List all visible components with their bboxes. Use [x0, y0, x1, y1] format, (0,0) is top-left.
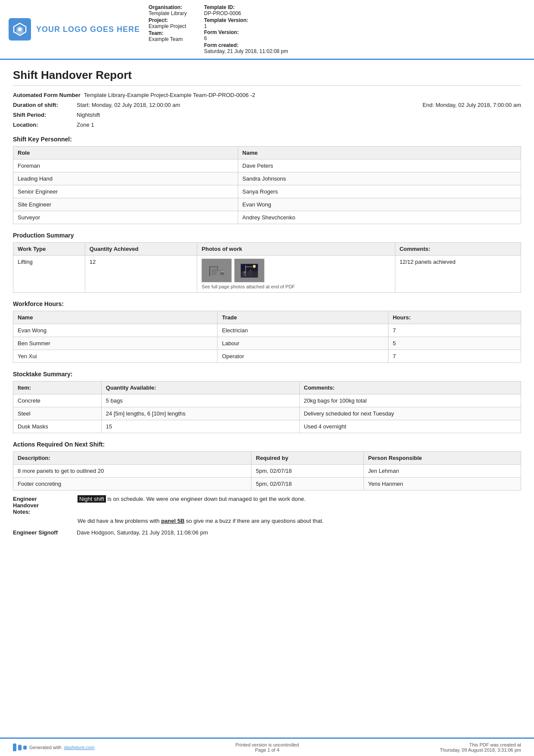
note2-before: We did have a few problems with — [78, 518, 161, 524]
org-row: Organisation: Template Library — [149, 4, 187, 16]
footer-link[interactable]: dashpivot.com — [64, 745, 95, 750]
footer-center: Printed version is uncontrolled Page 1 o… — [236, 742, 299, 753]
note2-after: so give me a buzz if there are any quest… — [184, 518, 323, 524]
template-id-label: Template ID: — [204, 4, 288, 10]
skp-role: Foreman — [13, 159, 238, 172]
team-label: Team: — [149, 30, 187, 36]
stocktake-summary-table: Item: Quantity Available: Comments: Conc… — [13, 381, 521, 433]
ps-comments: 12/12 panels achieved — [395, 256, 521, 293]
engineer-handover-label: EngineerHandoverNotes: — [13, 496, 73, 515]
actions-required-table: Description: Required by Person Responsi… — [13, 451, 521, 490]
svg-rect-9 — [212, 269, 217, 275]
footer-page-number: Page 1 of 4 — [236, 747, 299, 753]
table-row: Lifting 12 — [13, 256, 521, 293]
photo-thumb-2 — [234, 259, 264, 282]
svg-rect-4 — [217, 266, 218, 271]
ar-col-required: Required by — [251, 452, 363, 465]
wh-hours: 7 — [388, 350, 521, 363]
svg-rect-16 — [243, 272, 246, 276]
duration-end: End: Monday, 02 July 2018, 7:00:00 am — [422, 102, 521, 108]
workforce-hours-table: Name Trade Hours: Evan WongElectrician7B… — [13, 311, 521, 363]
note1-after: is on schedule. We were one engineer dow… — [106, 496, 306, 502]
svg-rect-15 — [248, 271, 252, 276]
form-created-row: Form created: Saturday, 21 July 2018, 11… — [204, 42, 288, 54]
form-number-block: Automated Form Number Template Library-E… — [13, 92, 521, 98]
form-created-label: Form created: — [204, 42, 288, 48]
ar-col-person: Person Responsible — [363, 452, 521, 465]
stocktake-summary-title: Stocktake Summary: — [13, 371, 521, 378]
team-row: Team: Example Team — [149, 30, 187, 42]
ss-item: Dusk Masks — [13, 420, 102, 433]
table-row: Yen XuiOperator7 — [13, 350, 521, 363]
ss-quantity: 15 — [101, 420, 299, 433]
main-content: Shift Handover Report Automated Form Num… — [0, 60, 534, 737]
ss-col-quantity: Quantity Available: — [101, 381, 299, 394]
form-number-value: Template Library-Example Project-Example… — [84, 92, 521, 98]
svg-rect-8 — [223, 270, 224, 272]
svg-rect-2 — [209, 266, 210, 276]
engineer-handover-block: EngineerHandoverNotes: Night shift is on… — [13, 496, 521, 524]
wh-trade: Operator — [217, 350, 388, 363]
photo-area — [202, 259, 390, 282]
engineer-signoff-block: Engineer Signoff Dave Hodgson, Saturday,… — [13, 529, 521, 536]
shift-key-personnel-title: Shift Key Personnel: — [13, 136, 521, 143]
ar-description: Footer concreting — [13, 478, 251, 490]
org-value: Template Library — [149, 10, 187, 16]
skp-name: Evan Wong — [238, 198, 521, 211]
report-title: Shift Handover Report — [13, 69, 521, 86]
project-row: Project: Example Project — [149, 17, 187, 29]
logo-area: YOUR LOGO GOES HERE — [9, 4, 140, 54]
form-version-label: Form Version: — [204, 29, 288, 35]
form-number-label: Automated Form Number — [13, 92, 81, 98]
skp-role: Leading Hand — [13, 172, 238, 185]
table-row: Footer concreting5pm, 02/07/18Yens Hanme… — [13, 478, 521, 490]
shift-period-block: Shift Period: Nightshift — [13, 112, 521, 118]
wh-name: Evan Wong — [13, 324, 217, 337]
ss-comments: 20kg bags for 100kg total — [299, 394, 521, 407]
skp-name: Dave Peters — [238, 159, 521, 172]
footer-right-line1: This PDF was created at — [440, 742, 521, 747]
ss-col-item: Item: — [13, 381, 102, 394]
wh-col-name: Name — [13, 311, 217, 324]
table-row: Ben SummerLabour5 — [13, 337, 521, 350]
table-row: 8 more panels to get to outlined 205pm, … — [13, 465, 521, 478]
bar1-icon — [13, 744, 16, 751]
ss-comments: Used 4 overnight — [299, 420, 521, 433]
ps-col-comments: Comments: — [395, 243, 521, 256]
skp-role: Senior Engineer — [13, 185, 238, 198]
workforce-hours-title: Workforce Hours: — [13, 300, 521, 307]
footer-of-4: of 4 — [271, 747, 279, 753]
engineer-handover-row2: We did have a few problems with panel 5B… — [13, 518, 521, 524]
ar-person: Yens Hanmen — [363, 478, 521, 490]
table-row: Senior EngineerSanya Rogers — [13, 185, 521, 198]
actions-required-title: Actions Required On Next Shift: — [13, 441, 521, 448]
template-id-row: Template ID: DP-PROD-0006 — [204, 4, 288, 16]
table-row: SurveyorAndrey Shevchcenko — [13, 211, 521, 224]
table-row: Concrete5 bags20kg bags for 100kg total — [13, 394, 521, 407]
footer-right: This PDF was created at Thursday, 09 Aug… — [440, 742, 521, 753]
org-label: Organisation: — [149, 4, 187, 10]
engineer-handover-note2: We did have a few problems with panel 5B… — [78, 518, 521, 524]
location-label: Location: — [13, 122, 73, 128]
template-id-value: DP-PROD-0006 — [204, 10, 288, 16]
photo-caption: See full page photos attached at end of … — [202, 284, 390, 289]
template-version-label: Template Version: — [204, 17, 288, 23]
logo-icon — [9, 18, 31, 41]
table-row: Dusk Masks15Used 4 overnight — [13, 420, 521, 433]
skp-role: Site Engineer — [13, 198, 238, 211]
header-meta: Organisation: Template Library Project: … — [149, 4, 525, 54]
engineer-handover-note1: Night shift is on schedule. We were one … — [78, 496, 521, 515]
svg-point-0 — [18, 28, 22, 31]
template-version-value: 1 — [204, 23, 288, 29]
footer-center-line1: Printed version is uncontrolled — [236, 742, 299, 747]
skp-name: Sandra Johnsons — [238, 172, 521, 185]
wh-name: Yen Xui — [13, 350, 217, 363]
table-row: Site EngineerEvan Wong — [13, 198, 521, 211]
table-row: Steel24 [5m] lengths, 6 [10m] lengthsDel… — [13, 407, 521, 420]
duration-start: Start: Monday, 02 July 2018, 12:00:00 am — [77, 102, 393, 108]
shift-key-personnel-table: Role Name ForemanDave PetersLeading Hand… — [13, 146, 521, 224]
meta-col-left: Organisation: Template Library Project: … — [149, 4, 187, 54]
photo-thumb-1 — [202, 259, 232, 282]
production-summary-table: Work Type Quantity Achieved Photos of wo… — [13, 242, 521, 293]
skp-role: Surveyor — [13, 211, 238, 224]
